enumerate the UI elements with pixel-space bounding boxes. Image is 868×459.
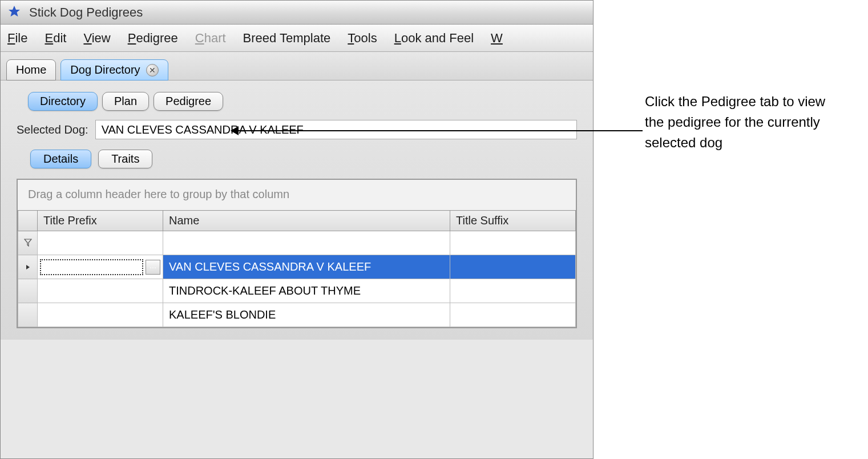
filter-prefix[interactable] [38,231,163,255]
document-tabs: Home Dog Directory ✕ [1,52,593,80]
title-bar: Stick Dog Pedigrees [1,1,593,25]
row-indicator-icon [18,255,38,279]
app-icon [6,5,22,21]
group-hint[interactable]: Drag a column header here to group by th… [18,180,576,210]
cell-suffix[interactable] [450,303,576,327]
window-title: Stick Dog Pedigrees [29,5,143,20]
col-prefix-header[interactable]: Title Prefix [38,211,163,231]
table-row[interactable]: KALEEF'S BLONDIE [18,303,576,327]
tab-dog-directory-label: Dog Directory [70,63,140,76]
table-row[interactable]: TINDROCK-KALEEF ABOUT THYME [18,279,576,303]
callout-line [237,130,643,131]
menu-chart: Chart [195,31,226,46]
menu-look-and-feel[interactable]: Look and Feel [394,31,474,46]
cell-name[interactable]: VAN CLEVES CASSANDRA V KALEEF [163,255,450,279]
close-icon[interactable]: ✕ [146,64,159,76]
cell-prefix[interactable] [38,303,163,327]
tab-dog-directory[interactable]: Dog Directory ✕ [60,59,168,80]
col-suffix-header[interactable]: Title Suffix [450,211,576,231]
filter-row [18,231,576,255]
selected-dog-label: Selected Dog: [17,123,88,136]
cell-name[interactable]: TINDROCK-KALEEF ABOUT THYME [163,279,450,303]
cell-prefix[interactable]: ··· [38,255,163,279]
menu-tools[interactable]: Tools [348,31,377,46]
cell-prefix[interactable] [38,279,163,303]
subtab-pedigree[interactable]: Pedigree [154,92,223,111]
menu-pedigree[interactable]: Pedigree [128,31,178,46]
selected-dog-row: Selected Dog: [17,120,577,139]
selected-dog-input[interactable] [95,120,577,139]
filter-suffix[interactable] [450,231,576,255]
arrow-left-icon [231,126,239,135]
tab-home-label: Home [16,63,46,76]
menu-cut[interactable]: W [491,31,503,46]
detail-tabs: Details Traits [30,150,577,168]
col-indicator-header[interactable] [18,211,38,231]
col-name-header[interactable]: Name [163,211,450,231]
menu-view[interactable]: View [83,31,110,46]
ellipsis-button[interactable]: ··· [146,260,160,275]
grid-panel: Drag a column header here to group by th… [17,179,577,328]
row-indicator [18,303,38,327]
table-row[interactable]: ··· VAN CLEVES CASSANDRA V KALEEF [18,255,576,279]
filter-icon[interactable] [18,231,38,255]
annotation-panel: Click the Pedigree tab to view the pedig… [594,0,868,459]
annotation-text: Click the Pedigree tab to view the pedig… [645,91,845,153]
tab-home[interactable]: Home [6,59,56,80]
app-window: Stick Dog Pedigrees File Edit View Pedig… [0,0,594,459]
subtab-plan[interactable]: Plan [102,92,149,111]
content-area: Directory Plan Pedigree Selected Dog: De… [1,80,593,340]
sub-tabs: Directory Plan Pedigree [28,92,577,111]
detail-tab-traits[interactable]: Traits [98,150,152,168]
detail-tab-details[interactable]: Details [30,150,91,168]
cell-suffix[interactable] [450,255,576,279]
menu-bar: File Edit View Pedigree Chart Breed Temp… [1,25,593,52]
subtab-directory[interactable]: Directory [28,92,98,111]
menu-breed-template[interactable]: Breed Template [243,31,331,46]
cell-name[interactable]: KALEEF'S BLONDIE [163,303,450,327]
row-indicator [18,279,38,303]
menu-edit[interactable]: Edit [45,31,66,46]
menu-file[interactable]: File [7,31,27,46]
prefix-editor[interactable] [40,259,143,275]
filter-name[interactable] [163,231,450,255]
cell-suffix[interactable] [450,279,576,303]
data-grid: Title Prefix Name Title Suffix [18,210,576,327]
